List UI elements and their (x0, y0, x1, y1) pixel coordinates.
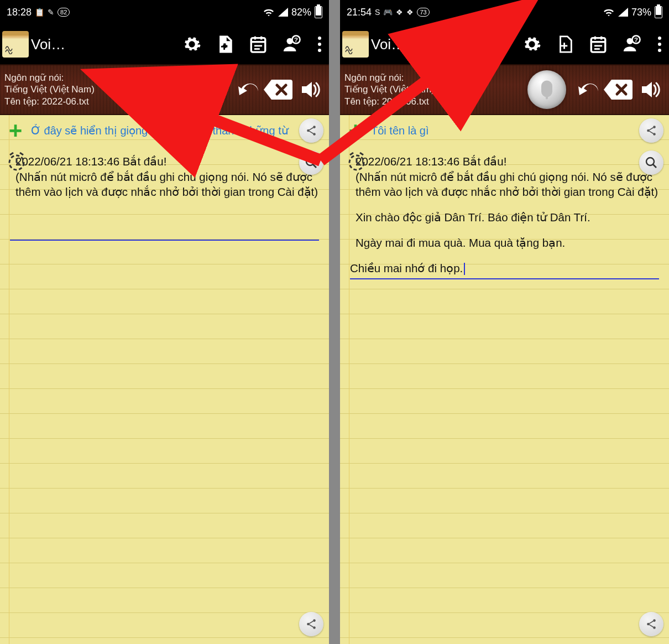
note-start: 2022/06/21 18:13:46 Bắt đầu! (356, 155, 506, 168)
add-button[interactable]: + (3, 118, 28, 143)
new-file-button[interactable] (555, 34, 575, 54)
note-help: (Nhấn nút micrô để bắt đầu ghi chú giọng… (15, 170, 318, 199)
speaker-button[interactable] (297, 77, 325, 102)
share-icon (305, 618, 317, 630)
svg-rect-1 (221, 46, 227, 48)
cursor-line: Chiều mai nhớ đi họp. (350, 260, 659, 279)
backspace-x-icon (263, 77, 294, 102)
alarm-button[interactable] (346, 150, 368, 173)
status-bar: 21:54 S 🎮 ❖ ❖ 73 73% (340, 0, 669, 24)
app-title: Voi… (371, 36, 405, 53)
calendar-button[interactable] (588, 34, 608, 54)
svg-line-19 (10, 153, 13, 155)
app-logo-icon (342, 31, 369, 58)
placeholder-text: Ở đây sẽ hiển thị giọng nói của bạn thàn… (31, 124, 297, 137)
svg-line-43 (649, 131, 654, 134)
svg-point-49 (646, 158, 654, 165)
undo-button[interactable] (572, 77, 599, 102)
lang-label: Ngôn ngữ nói: (4, 72, 95, 84)
note-help: (Nhấn nút micrô để bắt đầu ghi chú giọng… (356, 170, 658, 199)
undo-button[interactable] (232, 77, 259, 102)
svg-line-54 (649, 621, 654, 624)
undo-icon (232, 80, 259, 100)
status-time: 21:54 (347, 7, 372, 18)
new-file-button[interactable] (215, 34, 235, 54)
svg-line-15 (309, 131, 313, 134)
share-button[interactable] (639, 118, 663, 143)
status-icon: ✎ (48, 8, 54, 17)
note-body[interactable]: 2022/06/21 18:13:46 Bắt đầu!(Nhấn nút mi… (340, 146, 669, 279)
status-badge: 82 (58, 8, 70, 17)
note-start: 2022/06/21 18:13:46 Bắt đầu! (15, 155, 166, 168)
mic-button[interactable] (527, 70, 566, 109)
speaker-icon (300, 79, 322, 101)
share-icon (645, 618, 657, 630)
delete-button[interactable] (603, 77, 634, 102)
phone-left: 18:28 📋 ✎ 82 82% Voi… ? (0, 0, 329, 644)
svg-line-18 (17, 163, 20, 164)
note-para: Xin chào độc giả Dân Trí. Báo điện tử Dâ… (356, 210, 659, 225)
share-icon (645, 124, 657, 137)
calendar-icon (589, 35, 608, 54)
battery-icon (655, 6, 662, 18)
phone-right: 21:54 S 🎮 ❖ ❖ 73 73% Voi… (340, 0, 669, 644)
wifi-icon (263, 7, 275, 17)
note-para: Ngày mai đi mua quà. Mua quà tặng bạn. (356, 235, 659, 251)
speaker-button[interactable] (637, 77, 665, 102)
svg-line-27 (309, 625, 313, 627)
settings-button[interactable] (182, 34, 202, 54)
account-help-button[interactable]: ? (621, 34, 641, 54)
note-body[interactable]: 2022/06/21 18:13:46 Bắt đầu!(Nhấn nút mi… (0, 146, 329, 241)
person-help-icon: ? (282, 35, 301, 54)
share-button-bottom[interactable] (639, 612, 663, 636)
svg-line-26 (309, 621, 313, 624)
note-paper[interactable]: + Ở đây sẽ hiển thị giọng nói của bạn th… (0, 115, 329, 644)
more-button[interactable] (315, 37, 325, 52)
calendar-button[interactable] (248, 34, 268, 54)
voice-info: Ngôn ngữ nói: Tiếng Việt (Việt Nam) Tên … (4, 72, 95, 107)
alarm-icon (6, 150, 28, 173)
voice-toolbar: Ngôn ngữ nói: Tiếng Việt (Việt Nam) Tên … (0, 64, 329, 115)
share-button-bottom[interactable] (299, 612, 323, 636)
svg-line-20 (20, 153, 23, 155)
svg-line-50 (653, 164, 656, 168)
file-add-icon (556, 35, 574, 54)
more-button[interactable] (655, 37, 665, 52)
file-label: Tên tệp: 2022-06.txt (344, 96, 435, 107)
app-logo-icon (2, 31, 29, 58)
settings-button[interactable] (522, 34, 542, 54)
signal-icon (278, 8, 288, 17)
note-paper[interactable]: + Tôi tên là gì 2022/06/21 18:13:46 Bắt … (340, 115, 669, 644)
mic-button[interactable] (187, 70, 226, 109)
account-help-button[interactable]: ? (281, 34, 301, 54)
status-icon: 📋 (35, 8, 44, 17)
file-label: Tên tệp: 2022-06.txt (4, 96, 95, 107)
search-button[interactable] (299, 150, 323, 175)
svg-line-46 (357, 163, 360, 164)
share-icon (305, 124, 317, 137)
svg-line-48 (360, 153, 363, 155)
status-icon: ❖ (396, 8, 403, 17)
svg-line-55 (649, 625, 654, 627)
app-title: Voi… (31, 36, 65, 53)
search-icon (305, 156, 318, 169)
share-button[interactable] (299, 118, 323, 143)
lang-label: Ngôn ngữ nói: (344, 72, 435, 84)
status-icon: S (375, 8, 380, 17)
svg-rect-29 (561, 45, 567, 46)
alarm-button[interactable] (6, 150, 28, 173)
note-para: Chiều mai nhớ đi họp. (350, 262, 463, 274)
svg-line-47 (350, 153, 353, 155)
delete-button[interactable] (263, 77, 294, 102)
gear-icon (522, 35, 541, 54)
status-icon: ❖ (406, 8, 414, 17)
voice-info: Ngôn ngữ nói: Tiếng Việt (Việt Nam) Tên … (344, 72, 435, 107)
lang-value: Tiếng Việt (Việt Nam) (344, 84, 435, 95)
add-button[interactable]: + (343, 118, 368, 143)
svg-text:?: ? (294, 37, 298, 43)
status-badge: 73 (417, 8, 429, 17)
gear-icon (182, 35, 201, 54)
status-time: 18:28 (7, 7, 32, 18)
cursor-line (10, 222, 319, 241)
search-button[interactable] (639, 150, 663, 175)
